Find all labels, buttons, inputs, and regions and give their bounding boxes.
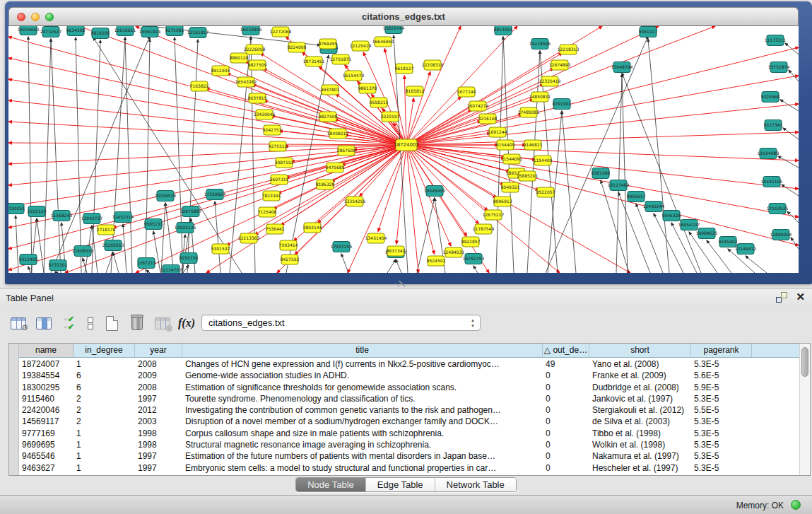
tab-network-table[interactable]: Network Table — [435, 478, 516, 491]
cell-title[interactable]: Estimation of significance thresholds fo… — [182, 382, 543, 393]
cell-year[interactable]: 1997 — [135, 393, 182, 404]
cell-title[interactable]: Embryonic stem cells: a model to study s… — [182, 462, 543, 474]
graph-node[interactable]: 9361027 — [639, 27, 658, 37]
cell-name[interactable]: 22420046 — [19, 404, 73, 416]
cell-out_de[interactable]: 0 — [543, 370, 589, 381]
cell-short[interactable]: Hescheler et al. (1997) — [589, 462, 691, 474]
cell-title[interactable]: Changes of HCN gene expression and I(f) … — [182, 358, 543, 370]
graph-node[interactable]: 11451514 — [112, 212, 134, 223]
graph-node[interactable]: 16543382 — [235, 77, 257, 87]
graph-node[interactable]: 18408217 — [327, 129, 349, 139]
table-selector-dropdown[interactable]: citations_edges.txt ▲▼ — [201, 315, 481, 331]
cell-out_de[interactable]: 49 — [543, 358, 589, 370]
graph-node[interactable]: 8912934 — [211, 66, 230, 76]
graph-node[interactable]: 9827508 — [319, 112, 338, 122]
cell-name[interactable]: 9465546 — [19, 450, 73, 462]
graph-node[interactable]: 16782753 — [463, 254, 485, 264]
graph-node[interactable]: 13942737 — [81, 214, 103, 224]
graph-node[interactable]: 11504988 — [758, 148, 779, 159]
graph-node[interactable]: 12974893 — [549, 60, 571, 70]
table-row[interactable]: 946554611997Estimation of the future num… — [19, 450, 799, 462]
cell-title[interactable]: Tourette syndrome. Phenomenology and cla… — [182, 393, 543, 404]
memory-ok-icon[interactable] — [791, 500, 801, 510]
cell-out_de[interactable]: 0 — [543, 382, 589, 393]
cell-short[interactable]: de Silva et al. (2003) — [589, 416, 691, 427]
cell-title[interactable]: Investigating the contribution of common… — [182, 404, 543, 416]
select-columns-icon[interactable] — [34, 313, 54, 333]
graph-node[interactable]: 1915124 — [28, 206, 47, 217]
cell-out_de[interactable]: 0 — [543, 416, 589, 427]
graph-node[interactable]: 20732627 — [40, 27, 62, 37]
graph-node[interactable]: 9242751 — [263, 125, 282, 135]
cell-name[interactable]: 14569117 — [19, 416, 73, 427]
cell-pagerank[interactable]: 5.3E-5 — [691, 462, 752, 474]
graph-node[interactable]: 8791901 — [553, 99, 572, 110]
graph-node[interactable]: 13354255 — [344, 197, 366, 206]
graph-node[interactable]: 3220197 — [381, 112, 400, 122]
graph-node[interactable]: 10984525 — [696, 228, 718, 239]
graph-node[interactable]: 12144412 — [735, 244, 757, 255]
graph-node[interactable]: 18724007 — [394, 139, 419, 151]
graph-node[interactable]: 12751871 — [330, 54, 352, 64]
cell-pagerank[interactable]: 5.3E-5 — [691, 439, 752, 450]
graph-node[interactable]: 3216108 — [478, 114, 498, 124]
graph-node[interactable]: 12161817 — [187, 28, 209, 38]
column-header-year[interactable]: year — [135, 344, 182, 357]
column-header-title[interactable]: title — [182, 344, 543, 357]
graph-node[interactable]: 7163822 — [190, 81, 209, 91]
graph-node[interactable]: 16954107 — [678, 220, 700, 230]
graph-node[interactable]: 11173311 — [765, 35, 787, 46]
graph-node[interactable]: 9154409 — [496, 140, 515, 150]
graph-node[interactable]: 17957255 — [331, 242, 353, 252]
graph-node[interactable]: 11787549 — [473, 224, 495, 234]
cell-name[interactable]: 19384554 — [19, 370, 73, 381]
new-table-icon[interactable] — [102, 313, 122, 333]
graph-node[interactable]: 9361086 — [592, 168, 611, 179]
cell-name[interactable]: 18724007 — [19, 358, 73, 370]
cell-pagerank[interactable]: 5.3E-5 — [691, 428, 752, 439]
cell-out_de[interactable]: 0 — [543, 462, 589, 474]
graph-node[interactable]: 10975887 — [180, 206, 202, 217]
cell-pagerank[interactable]: 5.3E-5 — [691, 393, 752, 404]
graph-node[interactable]: 15948794 — [611, 62, 633, 73]
column-header-pagerank[interactable]: pagerank — [691, 344, 752, 357]
cell-pagerank[interactable]: 5.3E-5 — [691, 358, 752, 370]
graph-node[interactable]: 8250156 — [180, 253, 199, 264]
column-header-out_de[interactable]: △ out_de… — [543, 344, 589, 357]
table-settings-icon[interactable]: ⚙ — [8, 313, 28, 333]
cell-name[interactable]: 18300295 — [19, 382, 73, 393]
cell-in_degree[interactable]: 2 — [73, 404, 135, 416]
graph-node[interactable]: 16154470 — [343, 71, 365, 81]
cell-short[interactable]: Stergiakouli et al. (2012) — [589, 404, 691, 416]
cell-name[interactable]: 9777169 — [19, 428, 73, 439]
cell-short[interactable]: Tibbo et al. (1998) — [589, 428, 691, 439]
graph-node[interactable]: 4275512 — [269, 141, 288, 151]
graph-node[interactable]: 1691244 — [488, 127, 507, 137]
cell-year[interactable]: 1998 — [135, 439, 182, 450]
graph-node[interactable]: 16044660 — [18, 26, 40, 35]
cell-year[interactable]: 1997 — [135, 462, 182, 474]
graph-node[interactable]: 8186328 — [316, 180, 335, 189]
graph-node[interactable]: 3607315 — [270, 175, 289, 185]
cell-title[interactable]: Disruption of a novel member of a sodium… — [182, 416, 543, 427]
delete-table-icon[interactable] — [127, 313, 147, 333]
graph-node[interactable]: 16646950 — [372, 37, 394, 47]
graph-node[interactable]: 17103535 — [767, 204, 789, 214]
graph-node[interactable]: 13451454 — [365, 233, 387, 243]
graph-node[interactable]: 9861378 — [358, 83, 377, 93]
graph-node[interactable]: 9227341 — [764, 120, 783, 131]
cell-year[interactable]: 2008 — [135, 382, 182, 393]
graph-node[interactable]: 9524502 — [427, 256, 446, 266]
cell-title[interactable]: Estimation of the future numbers of pati… — [182, 450, 543, 462]
graph-node[interactable]: 8860128 — [230, 53, 249, 63]
graph-node[interactable]: 10441105 — [761, 177, 783, 187]
graph-node[interactable]: 9937801 — [321, 85, 340, 95]
table-row[interactable]: 969969511998Structural magnetic resonanc… — [19, 439, 799, 450]
zoom-button[interactable] — [45, 13, 54, 21]
table-row[interactable]: 911546021997Tourette syndrome. Phenomeno… — [19, 393, 799, 404]
graph-node[interactable]: 9037815 — [248, 93, 267, 103]
graph-node[interactable]: 8922857 — [461, 237, 481, 247]
graph-node[interactable]: 9546328 — [662, 211, 681, 221]
table-row[interactable]: 977716911998Corpus callosum shape and si… — [19, 428, 799, 439]
graph-node[interactable]: 15751874 — [768, 62, 790, 73]
